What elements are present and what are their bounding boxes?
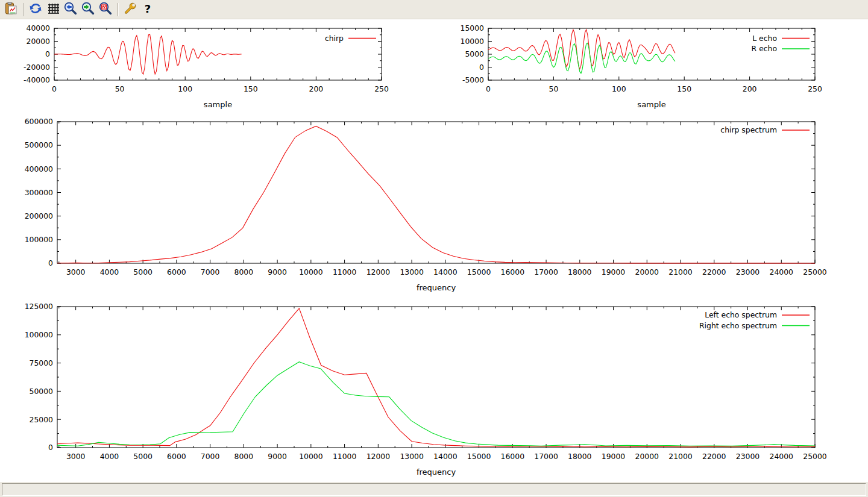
- grid-icon: [46, 1, 60, 17]
- svg-text:23000: 23000: [736, 267, 760, 277]
- svg-text:11000: 11000: [333, 452, 357, 461]
- svg-text:4000: 4000: [100, 267, 119, 277]
- svg-text:10000: 10000: [299, 267, 323, 277]
- svg-text:3000: 3000: [66, 452, 86, 461]
- svg-text:100000: 100000: [25, 235, 53, 244]
- svg-text:12000: 12000: [366, 452, 391, 461]
- svg-text:15000: 15000: [467, 267, 491, 277]
- toggle-grid-button[interactable]: [45, 2, 61, 17]
- svg-text:-40000: -40000: [24, 75, 50, 84]
- svg-text:0: 0: [48, 258, 53, 267]
- svg-text:7000: 7000: [201, 267, 220, 277]
- svg-text:100: 100: [612, 84, 626, 93]
- autoscale-button[interactable]: [98, 2, 113, 17]
- status-bar: [0, 482, 868, 497]
- svg-text:19000: 19000: [602, 267, 626, 277]
- plot-canvas[interactable]: 050100150200250-40000-2000002000040000sa…: [0, 20, 868, 482]
- svg-text:5000: 5000: [465, 49, 484, 58]
- status-bar-text: [2, 483, 866, 496]
- svg-text:0: 0: [45, 49, 50, 58]
- svg-text:400000: 400000: [25, 164, 53, 173]
- legend: Left echo spectrumRight echo spectrum: [699, 310, 810, 330]
- axis-tick-labels: 3000400050006000700080009000100001100012…: [25, 117, 827, 277]
- svg-text:12000: 12000: [366, 267, 391, 277]
- series-chirp: [54, 34, 242, 74]
- autoscale-icon: [98, 1, 113, 17]
- svg-text:5000: 5000: [133, 452, 153, 461]
- series-right-echo-spectrum: [57, 362, 815, 446]
- plot-echo-spectra[interactable]: 3000400050006000700080009000100001100012…: [25, 302, 827, 477]
- plot-border: [57, 122, 815, 263]
- x-axis-label: sample: [637, 100, 665, 109]
- svg-text:10000: 10000: [461, 37, 485, 46]
- configure-button[interactable]: [122, 2, 138, 17]
- svg-text:16000: 16000: [501, 267, 525, 277]
- svg-text:0: 0: [479, 63, 484, 72]
- legend-label: chirp spectrum: [720, 125, 777, 134]
- help-button[interactable]: ?: [140, 2, 156, 17]
- svg-text:24000: 24000: [770, 267, 794, 277]
- svg-text:250: 250: [374, 84, 389, 93]
- svg-text:-5000: -5000: [462, 75, 484, 84]
- legend: chirp spectrum: [720, 125, 810, 134]
- svg-text:24000: 24000: [770, 452, 794, 461]
- svg-text:18000: 18000: [568, 267, 592, 277]
- svg-text:200000: 200000: [25, 211, 53, 220]
- zoom-next-button[interactable]: [80, 2, 96, 17]
- svg-text:40000: 40000: [27, 23, 51, 33]
- svg-text:300000: 300000: [25, 188, 53, 197]
- svg-text:?: ?: [145, 2, 151, 15]
- svg-text:20000: 20000: [635, 452, 659, 461]
- svg-text:50000: 50000: [30, 387, 54, 396]
- svg-text:3000: 3000: [66, 267, 86, 277]
- replot-button[interactable]: [28, 2, 43, 17]
- copy-icon: [4, 1, 18, 17]
- svg-text:14000: 14000: [433, 452, 458, 461]
- svg-text:4000: 4000: [100, 452, 119, 461]
- svg-text:200: 200: [743, 84, 757, 93]
- zoom-next-icon: [81, 1, 95, 17]
- svg-text:150: 150: [244, 84, 258, 93]
- zoom-previous-button[interactable]: [63, 2, 78, 17]
- svg-text:9000: 9000: [268, 452, 287, 461]
- plot-chirp-spectrum[interactable]: 3000400050006000700080009000100001100012…: [25, 117, 827, 292]
- svg-text:0: 0: [52, 84, 57, 93]
- x-axis-label: sample: [204, 100, 232, 109]
- copy-to-clipboard-button[interactable]: [3, 2, 19, 17]
- svg-text:0: 0: [486, 84, 491, 93]
- toolbar-separator: [118, 3, 119, 16]
- plot-echo-signals[interactable]: 050100150200250-5000050001000015000sampl…: [461, 23, 822, 109]
- x-axis-label: frequency: [417, 283, 456, 292]
- svg-text:7000: 7000: [201, 452, 220, 461]
- svg-text:6000: 6000: [167, 452, 186, 461]
- svg-text:9000: 9000: [268, 267, 287, 277]
- svg-text:8000: 8000: [234, 452, 254, 461]
- svg-text:21000: 21000: [668, 267, 693, 277]
- svg-text:15000: 15000: [461, 23, 485, 33]
- legend-label: L echo: [752, 34, 777, 43]
- wrench-icon: [123, 1, 137, 17]
- svg-text:17000: 17000: [534, 267, 558, 277]
- gnuplot-multiplot[interactable]: 050100150200250-40000-2000002000040000sa…: [0, 20, 868, 482]
- svg-text:14000: 14000: [433, 267, 458, 277]
- svg-text:6000: 6000: [167, 267, 186, 277]
- svg-text:100: 100: [178, 84, 192, 93]
- legend-label: Right echo spectrum: [699, 321, 777, 330]
- zoom-previous-icon: [63, 1, 78, 17]
- legend: chirp: [325, 34, 376, 43]
- svg-text:125000: 125000: [25, 302, 53, 311]
- svg-text:23000: 23000: [736, 452, 760, 461]
- svg-text:500000: 500000: [25, 140, 53, 149]
- svg-text:22000: 22000: [702, 267, 726, 277]
- svg-text:250: 250: [808, 84, 822, 93]
- series-chirp-spectrum: [57, 126, 815, 263]
- legend-label: Left echo spectrum: [705, 310, 777, 319]
- svg-text:22000: 22000: [702, 452, 726, 461]
- plot-chirp-signal[interactable]: 050100150200250-40000-2000002000040000sa…: [24, 23, 389, 109]
- svg-text:16000: 16000: [501, 452, 525, 461]
- svg-text:25000: 25000: [30, 415, 54, 424]
- toolbar-separator: [23, 3, 24, 16]
- svg-text:100000: 100000: [25, 330, 53, 339]
- help-icon: ?: [140, 1, 155, 17]
- svg-text:25000: 25000: [803, 452, 827, 461]
